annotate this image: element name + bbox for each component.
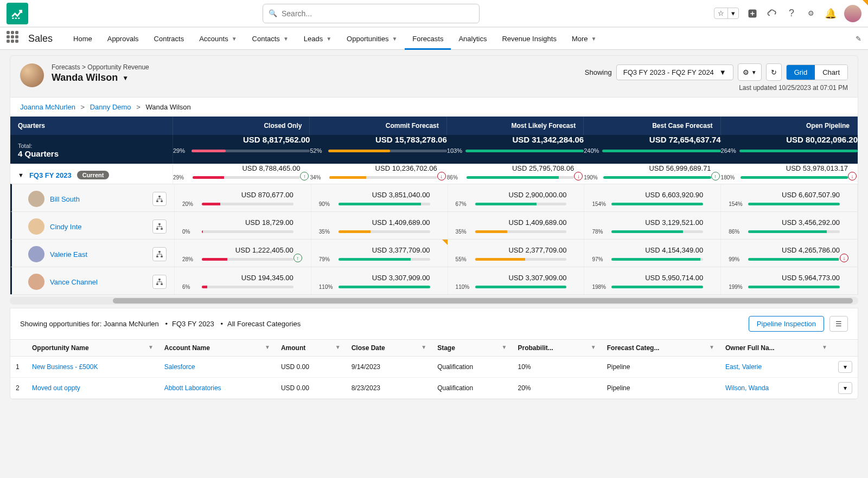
quarter-metric-cell[interactable]: ↑USD 56,999,689.71 190% bbox=[584, 164, 720, 184]
list-item[interactable]: 1 New Business - £500K Salesforce USD 0.… bbox=[10, 357, 858, 378]
metric-cell[interactable]: USD 870,677.00 20% bbox=[175, 184, 311, 211]
quarter-link[interactable]: FQ3 FY 2023 bbox=[29, 171, 72, 179]
chevron-down-icon[interactable]: ▼ bbox=[709, 344, 714, 350]
metric-cell[interactable]: USD 1,409,689.00 35% bbox=[311, 212, 448, 239]
metric-cell[interactable]: USD 2,900,000.00 67% bbox=[448, 184, 585, 211]
metric-cell[interactable]: USD 6,607,507.90 154% bbox=[721, 184, 858, 211]
owner-link[interactable]: Wilson, Wanda bbox=[725, 384, 769, 392]
quarter-metric-cell[interactable]: ↓USD 53,978,013.17 180% bbox=[721, 164, 858, 184]
account-link[interactable]: Abbott Laboratories bbox=[164, 384, 221, 392]
global-add-icon[interactable] bbox=[746, 8, 758, 20]
page-title[interactable]: Wanda Wilson▼ bbox=[52, 72, 149, 83]
total-metric-cell[interactable]: USD 80,022,096.20 264% bbox=[721, 135, 858, 164]
owner-link[interactable]: East, Valerie bbox=[725, 363, 762, 371]
nav-item-leads[interactable]: Leads▼ bbox=[296, 27, 339, 50]
profile-avatar[interactable] bbox=[844, 5, 861, 22]
nav-item-analytics[interactable]: Analytics bbox=[451, 27, 494, 50]
metric-cell[interactable]: USD 6,603,920.90 154% bbox=[584, 184, 721, 211]
hierarchy-icon[interactable] bbox=[152, 275, 167, 289]
metric-cell[interactable]: USD 3,377,709.00 79% bbox=[311, 240, 448, 267]
metric-cell[interactable]: USD 3,307,909.00 110% bbox=[448, 267, 585, 294]
nav-item-home[interactable]: Home bbox=[66, 27, 100, 50]
metric-cell[interactable]: USD 5,964,773.00 199% bbox=[721, 267, 858, 294]
total-metric-cell[interactable]: USD 15,783,278.06 52% bbox=[310, 135, 446, 164]
nav-item-forecasts[interactable]: Forecasts bbox=[405, 27, 451, 50]
user-link[interactable]: Vance Channel bbox=[50, 278, 98, 286]
column-header[interactable]: Owner Full Na...▼ bbox=[720, 340, 833, 357]
user-link[interactable]: Valerie East bbox=[50, 250, 87, 259]
user-link[interactable]: Bill South bbox=[50, 195, 80, 203]
table-row[interactable]: Vance Channel USD 194,345.00 6% USD 3,30… bbox=[10, 267, 858, 294]
table-row[interactable]: Bill South USD 870,677.00 20% USD 3,851,… bbox=[10, 184, 858, 211]
table-row[interactable]: Valerie East ↑USD 1,222,405.00 28% USD 3… bbox=[10, 239, 858, 267]
help-icon[interactable]: ? bbox=[786, 8, 797, 20]
row-actions-button[interactable]: ▾ bbox=[838, 361, 852, 373]
salesforce-cloud-icon[interactable] bbox=[766, 8, 778, 20]
forecast-settings-button[interactable]: ⚙▼ bbox=[738, 63, 762, 81]
list-view-button[interactable]: ☰ bbox=[829, 316, 848, 332]
opportunity-link[interactable]: New Business - £500K bbox=[32, 363, 98, 371]
metric-cell[interactable]: USD 2,377,709.00 55% bbox=[448, 240, 585, 267]
column-header[interactable]: Opportunity Name▼ bbox=[27, 340, 159, 357]
account-link[interactable]: Salesforce bbox=[164, 363, 195, 371]
quarter-row[interactable]: ▼ FQ3 FY 2023 Current ↑USD 8,788,465.00 … bbox=[10, 164, 858, 184]
metric-cell[interactable]: USD 5,950,714.00 198% bbox=[584, 267, 721, 294]
nav-item-approvals[interactable]: Approvals bbox=[100, 27, 146, 50]
hierarchy-icon[interactable] bbox=[152, 192, 167, 206]
chevron-down-icon[interactable]: ▾ bbox=[728, 8, 738, 18]
column-header[interactable]: Stage▼ bbox=[432, 340, 512, 357]
edit-nav-icon[interactable]: ✎ bbox=[856, 35, 861, 43]
table-row[interactable]: Cindy Inte USD 18,729.00 0% USD 1,409,68… bbox=[10, 211, 858, 239]
chart-view-button[interactable]: Chart bbox=[815, 65, 847, 80]
nav-item-contracts[interactable]: Contracts bbox=[146, 27, 192, 50]
favorites-toggle[interactable]: ☆ ▾ bbox=[714, 8, 739, 19]
notifications-bell-icon[interactable]: 🔔 bbox=[825, 8, 837, 20]
horizontal-scrollbar[interactable] bbox=[10, 297, 858, 305]
nav-item-contacts[interactable]: Contacts▼ bbox=[245, 27, 296, 50]
opportunity-link[interactable]: Moved out oppty bbox=[32, 384, 80, 392]
path-link-mid[interactable]: Danny Demo bbox=[90, 103, 131, 111]
metric-cell[interactable]: USD 194,345.00 6% bbox=[175, 267, 311, 294]
quarter-metric-cell[interactable]: ↓USD 10,236,702.06 34% bbox=[310, 164, 446, 184]
metric-cell[interactable]: USD 1,409,689.00 35% bbox=[448, 212, 585, 239]
total-metric-cell[interactable]: USD 31,342,284.06 103% bbox=[447, 135, 584, 164]
global-search[interactable]: 🔍 bbox=[263, 4, 480, 23]
metric-cell[interactable]: USD 3,456,292.00 86% bbox=[721, 212, 858, 239]
chevron-down-icon[interactable]: ▼ bbox=[502, 344, 507, 350]
user-link[interactable]: Cindy Inte bbox=[50, 223, 82, 231]
row-actions-button[interactable]: ▾ bbox=[838, 382, 852, 394]
app-launcher-icon[interactable] bbox=[7, 31, 22, 46]
total-metric-cell[interactable]: USD 72,654,637.74 240% bbox=[584, 135, 720, 164]
setup-gear-icon[interactable]: ⚙ bbox=[805, 8, 817, 20]
metric-cell[interactable]: ↑USD 1,222,405.00 28% bbox=[175, 240, 311, 267]
refresh-button[interactable]: ↻ bbox=[766, 63, 782, 81]
chevron-down-icon[interactable]: ▼ bbox=[122, 74, 129, 82]
chevron-down-icon[interactable]: ▼ bbox=[591, 344, 596, 350]
column-header[interactable]: Account Name▼ bbox=[159, 340, 276, 357]
column-header[interactable]: Forecast Categ...▼ bbox=[602, 340, 720, 357]
metric-cell[interactable]: USD 3,307,909.00 110% bbox=[311, 267, 448, 294]
pipeline-inspection-button[interactable]: Pipeline Inspection bbox=[749, 316, 824, 332]
column-header[interactable]: Close Date▼ bbox=[346, 340, 432, 357]
metric-cell[interactable]: USD 4,154,349.00 97% bbox=[584, 240, 721, 267]
nav-item-accounts[interactable]: Accounts▼ bbox=[192, 27, 244, 50]
search-input[interactable] bbox=[282, 9, 474, 18]
metric-cell[interactable]: ↓USD 4,265,786.00 99% bbox=[721, 240, 858, 267]
hierarchy-icon[interactable] bbox=[152, 247, 167, 261]
chevron-down-icon[interactable]: ▼ bbox=[265, 344, 270, 350]
date-range-select[interactable]: FQ3 FY 2023 - FQ2 FY 2024 ▼ bbox=[616, 64, 733, 80]
grid-view-button[interactable]: Grid bbox=[787, 65, 815, 80]
column-header[interactable]: Amount▼ bbox=[276, 340, 346, 357]
total-metric-cell[interactable]: USD 8,817,562.00 29% bbox=[173, 135, 310, 164]
chevron-down-icon[interactable]: ▼ bbox=[148, 344, 154, 350]
hierarchy-icon[interactable] bbox=[152, 219, 167, 234]
metric-cell[interactable]: USD 3,851,040.00 90% bbox=[311, 184, 448, 211]
metric-cell[interactable]: USD 3,129,521.00 78% bbox=[584, 212, 721, 239]
star-icon[interactable]: ☆ bbox=[714, 8, 728, 18]
nav-item-opportunities[interactable]: Opportunities▼ bbox=[339, 27, 405, 50]
path-link-root[interactable]: Joanna McNurlen bbox=[20, 103, 75, 111]
metric-cell[interactable]: USD 18,729.00 0% bbox=[175, 212, 311, 239]
chevron-down-icon[interactable]: ▼ bbox=[335, 344, 341, 350]
expand-icon[interactable]: ▼ bbox=[18, 172, 24, 178]
nav-item-revenue-insights[interactable]: Revenue Insights bbox=[494, 27, 564, 50]
